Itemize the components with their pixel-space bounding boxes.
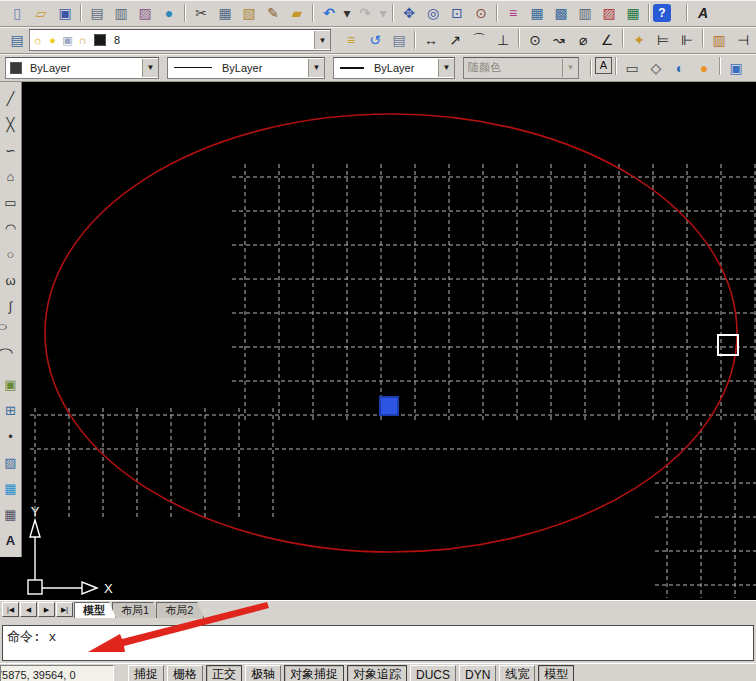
polyline-icon[interactable]: ∽ [0, 137, 21, 163]
lineweight-toggle[interactable]: 线宽 [499, 665, 535, 681]
ducs-toggle[interactable]: DUCS [410, 665, 456, 681]
paste-icon[interactable]: ▧ [237, 2, 261, 24]
layer-manager-icon[interactable]: ▤ [5, 29, 29, 51]
2d-wireframe-icon[interactable]: ▭ [620, 57, 644, 79]
sheetset-manager-icon[interactable]: ▥ [573, 2, 597, 24]
hidden-visual-style-icon[interactable]: ◐ [668, 57, 692, 79]
match-properties-icon[interactable]: ✎ [261, 2, 285, 24]
zoom-realtime-icon[interactable]: ◎ [421, 2, 445, 24]
tab-nav-last-button[interactable]: ▶| [56, 602, 73, 617]
tab-layout1[interactable]: 布局1 [112, 602, 160, 618]
tab-nav-first-button[interactable]: |◀ [2, 602, 19, 617]
color-dropdown[interactable]: ByLayer ▼ [5, 57, 159, 79]
osnap-toggle[interactable]: 对象捕捉 [284, 665, 344, 681]
designcenter-icon[interactable]: ▦ [525, 2, 549, 24]
layer-viewport-freeze-icon[interactable]: ▣ [60, 34, 75, 47]
linear-dimension-icon[interactable]: ↔ [419, 29, 443, 51]
rectangle-icon[interactable]: ▭ [0, 189, 21, 215]
circle-icon[interactable]: ○ [0, 241, 21, 267]
otrack-toggle[interactable]: 对象追踪 [347, 665, 407, 681]
layer-thaw-icon[interactable]: ● [45, 34, 60, 46]
make-object-layer-current-icon[interactable]: ≡ [339, 29, 363, 51]
ordinate-dimension-icon[interactable]: ⊥ [491, 29, 515, 51]
layer-states-icon[interactable]: ▤ [387, 29, 411, 51]
construction-line-icon[interactable]: ╳ [0, 111, 21, 137]
insert-block-icon[interactable]: ▣ [0, 371, 21, 397]
point-icon[interactable]: • [0, 423, 21, 449]
grid-toggle[interactable]: 栅格 [167, 665, 203, 681]
tab-nav-prev-button[interactable]: ◀ [20, 602, 37, 617]
blue-square-entity[interactable] [380, 397, 398, 415]
zoom-window-icon[interactable]: ⊡ [445, 2, 469, 24]
tab-nav-next-button[interactable]: ▶ [38, 602, 55, 617]
line-icon[interactable]: ╱ [0, 85, 21, 111]
revision-cloud-icon[interactable]: ω [0, 267, 21, 293]
model-space-canvas[interactable]: Y X [22, 82, 756, 600]
open-folder-icon[interactable]: ▱ [29, 2, 53, 24]
tab-layout2[interactable]: 布局2 [156, 602, 204, 618]
layer-dropdown[interactable]: ☼ ● ▣ ∩ 8 ▼ [29, 29, 331, 51]
block-editor-icon[interactable]: ▰ [285, 2, 309, 24]
zoom-previous-icon[interactable]: ⊙ [469, 2, 493, 24]
redo-icon[interactable]: ↷ [353, 2, 377, 24]
undo-dropdown-icon[interactable]: ▾ [341, 2, 353, 24]
lineweight-dropdown[interactable]: ByLayer ▼ [333, 57, 455, 79]
continue-dimension-icon[interactable]: ⊩ [675, 29, 699, 51]
jogged-dimension-icon[interactable]: ↝ [547, 29, 571, 51]
aligned-dimension-icon[interactable]: ↗ [443, 29, 467, 51]
snap-toggle[interactable]: 捕捉 [128, 665, 164, 681]
tool-palettes-icon[interactable]: ▩ [549, 2, 573, 24]
dimension-break-icon[interactable]: ⊣ [731, 29, 755, 51]
red-ellipse-entity[interactable] [45, 114, 737, 552]
dimension-space-icon[interactable]: ▥ [707, 29, 731, 51]
shaded-visual-style-icon[interactable]: ● [692, 57, 716, 79]
radius-dimension-icon[interactable]: ⊙ [523, 29, 547, 51]
spline-icon[interactable]: ∫ [0, 293, 21, 319]
color-dropdown-caret[interactable]: ▼ [142, 59, 158, 77]
hatch-icon[interactable]: ▨ [0, 449, 21, 475]
mtext-icon[interactable]: A [0, 527, 21, 553]
text-annotation-icon[interactable]: A [691, 2, 715, 24]
linetype-dropdown-caret[interactable]: ▼ [308, 59, 324, 77]
layer-on-bulb-icon[interactable]: ☼ [30, 34, 45, 46]
angular-dimension-icon[interactable]: ∠ [595, 29, 619, 51]
properties-palette-icon[interactable]: ≡ [501, 2, 525, 24]
calculator-icon[interactable]: ▦ [621, 2, 645, 24]
print-preview-icon[interactable]: ▥ [109, 2, 133, 24]
make-block-icon[interactable]: ⊞ [0, 397, 21, 423]
arc-length-dimension-icon[interactable]: ⌒ [467, 29, 491, 51]
table-icon[interactable]: ▦ [0, 501, 21, 527]
cut-icon[interactable]: ✂ [189, 2, 213, 24]
copy-icon[interactable]: ▦ [213, 2, 237, 24]
ellipse-arc-icon[interactable]: ◠ [0, 345, 26, 371]
layer-previous-icon[interactable]: ↺ [363, 29, 387, 51]
arc-icon[interactable]: ◠ [0, 215, 21, 241]
render-icon[interactable]: ▣ [724, 57, 748, 79]
command-input[interactable]: 命令: x [2, 625, 754, 661]
quick-dimension-icon[interactable]: ✦ [627, 29, 651, 51]
ortho-toggle[interactable]: 正交 [206, 665, 242, 681]
save-icon[interactable]: ▣ [53, 2, 77, 24]
polygon-icon[interactable]: ⌂ [0, 163, 21, 189]
tab-model[interactable]: 模型 [74, 602, 116, 618]
new-document-icon[interactable]: ▯ [5, 2, 29, 24]
redo-dropdown-icon[interactable]: ▾ [377, 2, 389, 24]
drawing-area[interactable]: ╱╳∽⌂▭◠○ω∫○◠▣⊞•▨▦▦A Y X [0, 82, 756, 600]
undo-icon[interactable]: ↶ [317, 2, 341, 24]
help-icon[interactable]: ? [653, 4, 671, 22]
baseline-dimension-icon[interactable]: ⊨ [651, 29, 675, 51]
print-icon[interactable]: ▤ [85, 2, 109, 24]
gradient-icon[interactable]: ▦ [0, 475, 21, 501]
web-icon[interactable]: ● [157, 2, 181, 24]
dyn-toggle[interactable]: DYN [459, 665, 496, 681]
3d-wireframe-icon[interactable]: ◇ [644, 57, 668, 79]
draworder-text-front-icon[interactable]: A [595, 57, 612, 74]
linetype-dropdown[interactable]: ByLayer ▼ [167, 57, 325, 79]
diameter-dimension-icon[interactable]: ⌀ [571, 29, 595, 51]
layer-unlock-icon[interactable]: ∩ [75, 34, 90, 46]
lineweight-dropdown-caret[interactable]: ▼ [438, 59, 454, 77]
publish-icon[interactable]: ▨ [133, 2, 157, 24]
markup-manager-icon[interactable]: ▨ [597, 2, 621, 24]
pan-icon[interactable]: ✥ [397, 2, 421, 24]
model-toggle[interactable]: 模型 [538, 665, 574, 681]
